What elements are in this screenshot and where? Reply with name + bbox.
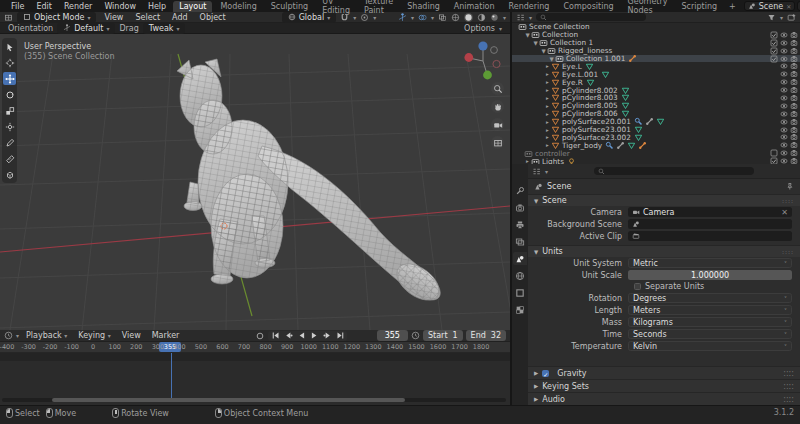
tab-world[interactable] xyxy=(513,269,527,282)
tool-move[interactable] xyxy=(3,72,16,85)
jump-to-end-button[interactable] xyxy=(334,331,346,341)
play-reverse-button[interactable] xyxy=(295,331,307,341)
hide-eye-icon[interactable] xyxy=(780,110,788,118)
render-camera-icon[interactable] xyxy=(790,86,798,94)
pin-icon[interactable] xyxy=(785,182,794,191)
render-camera-icon[interactable] xyxy=(790,94,798,102)
render-camera-icon[interactable] xyxy=(790,110,798,118)
scene-panel-header[interactable]: ▼Scene:::: xyxy=(528,194,800,206)
filter-dropdown[interactable]: ▾ xyxy=(780,14,783,21)
unlink-scene-icon[interactable]: ✕ xyxy=(786,3,791,10)
unit-scale-slider[interactable]: 1.000000 xyxy=(628,270,792,280)
hide-eye-icon[interactable] xyxy=(780,149,788,157)
menu-render[interactable]: Render xyxy=(59,2,97,11)
hide-eye-icon[interactable] xyxy=(780,133,788,141)
next-keyframe-button[interactable] xyxy=(321,331,333,341)
render-camera-icon[interactable] xyxy=(790,31,798,39)
tab-render[interactable] xyxy=(513,201,527,214)
timeline-editor-dropdown[interactable]: ▾ xyxy=(16,332,19,339)
workspace-tab-animation[interactable]: Animation xyxy=(448,1,501,12)
prev-keyframe-button[interactable] xyxy=(282,331,294,341)
frame-end-field[interactable]: End32 xyxy=(466,330,506,341)
menu-select[interactable]: Select xyxy=(131,13,164,22)
gravity-checkbox[interactable]: ✓ xyxy=(542,370,549,377)
hide-eye-icon[interactable] xyxy=(780,78,788,86)
hide-eye-icon[interactable] xyxy=(780,86,788,94)
workspace-tab-layout[interactable]: Layout xyxy=(173,1,212,12)
render-camera-icon[interactable] xyxy=(790,102,798,110)
rotation-dropdown[interactable]: Degrees˅ xyxy=(628,293,792,303)
use-preview-range-icon[interactable] xyxy=(411,331,420,340)
tab-object[interactable] xyxy=(513,286,527,299)
filter-funnel-icon[interactable] xyxy=(767,13,776,22)
render-camera-icon[interactable] xyxy=(790,39,798,47)
menu-file[interactable]: File xyxy=(6,2,29,11)
timeline-ruler[interactable]: 355 -400-300-200-10001002003004005006007… xyxy=(0,342,510,353)
mode-dropdown[interactable]: Object Mode ▾ xyxy=(17,12,96,23)
hide-eye-icon[interactable] xyxy=(780,70,788,78)
new-collection-icon[interactable] xyxy=(787,13,796,22)
expand-arrow[interactable]: ▼ xyxy=(532,40,539,46)
workspace-tab-scripting[interactable]: Scripting xyxy=(675,1,723,12)
timeline-editor-icon[interactable] xyxy=(4,331,13,340)
hide-eye-icon[interactable] xyxy=(780,141,788,149)
render-camera-icon[interactable] xyxy=(790,62,798,70)
render-camera-icon[interactable] xyxy=(790,118,798,126)
workspace-tab-shading[interactable]: Shading xyxy=(401,1,446,12)
render-camera-icon[interactable] xyxy=(790,55,798,63)
workspace-tab-geometry-nodes[interactable]: Geometry Nodes xyxy=(622,0,674,16)
exclude-checkbox-icon[interactable] xyxy=(770,31,778,39)
tool-transform[interactable] xyxy=(3,120,16,133)
timeline-scrollbar[interactable] xyxy=(2,398,506,402)
render-camera-icon[interactable] xyxy=(790,47,798,55)
properties-search-input[interactable] xyxy=(594,167,754,175)
gravity-panel-header[interactable]: ▶ ✓ Gravity:::: xyxy=(528,366,800,379)
tab-view-layer[interactable] xyxy=(513,235,527,248)
frame-start-field[interactable]: Start1 xyxy=(423,330,463,341)
auto-keying-record-icon[interactable] xyxy=(255,331,265,341)
workspace-tab-rendering[interactable]: Rendering xyxy=(503,1,556,12)
exclude-checkbox-icon[interactable] xyxy=(770,55,778,63)
options-dropdown[interactable]: Options xyxy=(464,24,495,33)
tool-rotate[interactable] xyxy=(3,88,16,101)
overlays-dropdown[interactable]: ▾ xyxy=(431,14,434,21)
gizmo-dropdown[interactable]: ▾ xyxy=(411,14,414,21)
render-camera-icon[interactable] xyxy=(790,141,798,149)
shading-dropdown[interactable]: ▾ xyxy=(503,14,506,21)
perspective-toggle-icon[interactable] xyxy=(491,136,504,149)
shading-wireframe-icon[interactable] xyxy=(451,13,460,22)
gizmo-z-axis[interactable] xyxy=(478,41,487,50)
render-camera-icon[interactable] xyxy=(790,133,798,141)
menu-add[interactable]: Add xyxy=(168,13,192,22)
time-dropdown[interactable]: Seconds˅ xyxy=(628,329,792,339)
current-frame-field[interactable]: 355 xyxy=(377,330,408,341)
shading-material-icon[interactable] xyxy=(477,13,486,22)
scene-selector[interactable]: Scene ✕ xyxy=(744,1,795,11)
tool-add-cube[interactable] xyxy=(3,168,16,181)
pan-hand-icon[interactable] xyxy=(491,100,504,113)
add-workspace-button[interactable]: + xyxy=(725,2,740,11)
display-mode-dropdown[interactable]: ▾ xyxy=(529,14,532,21)
properties-editor-icon[interactable] xyxy=(532,167,541,176)
mass-dropdown[interactable]: Kilograms˅ xyxy=(628,317,792,327)
show-gizmo-icon[interactable] xyxy=(398,13,407,22)
render-camera-icon[interactable] xyxy=(790,149,798,157)
separate-units-checkbox[interactable] xyxy=(634,283,641,290)
units-panel-header[interactable]: ▼Units:::: xyxy=(528,245,800,257)
navigation-gizmo[interactable] xyxy=(464,38,502,80)
menu-window[interactable]: Window xyxy=(99,2,141,11)
camera-view-icon[interactable] xyxy=(491,118,504,131)
exclude-checkbox-icon[interactable] xyxy=(770,47,778,55)
expand-arrow[interactable]: ▼ xyxy=(540,48,547,54)
camera-field[interactable]: Camera ✕ xyxy=(628,207,792,217)
menu-view-timeline[interactable]: View xyxy=(118,331,145,340)
render-camera-icon[interactable] xyxy=(790,70,798,78)
editor-type-icon[interactable] xyxy=(4,13,13,22)
tool-select-box[interactable] xyxy=(3,40,16,53)
menu-object[interactable]: Object xyxy=(196,13,230,22)
playhead-line[interactable] xyxy=(171,353,172,398)
keying-sets-panel-header[interactable]: ▶Keying Sets:::: xyxy=(528,379,800,392)
workspace-tab-modeling[interactable]: Modeling xyxy=(214,1,262,12)
workspace-tab-compositing[interactable]: Compositing xyxy=(557,1,619,12)
shading-solid-icon[interactable] xyxy=(464,13,473,22)
